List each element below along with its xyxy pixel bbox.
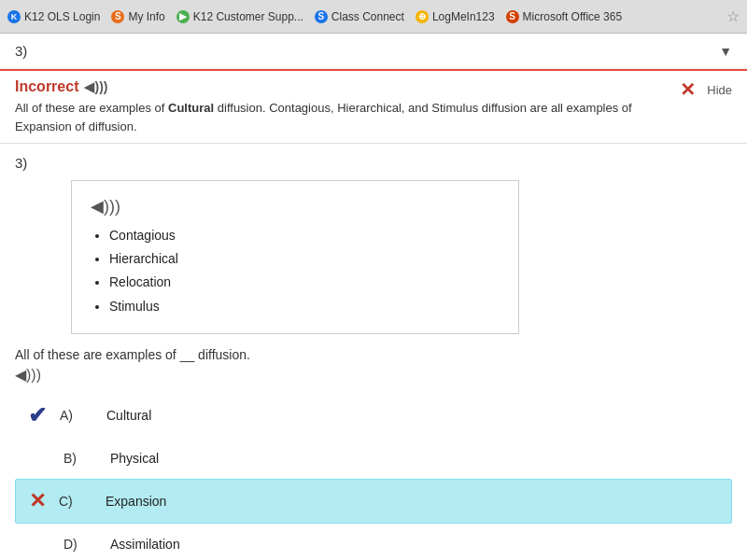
tab-office365[interactable]: S Microsoft Office 365: [506, 10, 623, 23]
answer-letter-d: D): [63, 537, 110, 552]
dropdown-arrow-icon[interactable]: ▼: [719, 44, 732, 59]
close-feedback-button[interactable]: ✕: [680, 78, 696, 101]
tab-classconnect-label: Class Connect: [331, 10, 404, 23]
answer-letter-a: A): [60, 408, 106, 423]
tab-myinfo[interactable]: S My Info: [111, 10, 164, 23]
answer-text-d: Assimilation: [110, 537, 180, 552]
k12-icon: K: [7, 10, 21, 23]
feedback-sound-icon[interactable]: ◀))): [84, 79, 107, 94]
tab-office365-label: Microsoft Office 365: [523, 10, 623, 23]
k12supp-icon: ▶: [176, 10, 190, 23]
bullet-list: Contagious Hierarchical Relocation Stimu…: [91, 224, 500, 318]
question-number: 3): [15, 43, 719, 59]
answer-text-a: Cultural: [106, 408, 151, 423]
answer-letter-c: C): [59, 494, 106, 509]
question-image-box: ◀))) Contagious Hierarchical Relocation …: [71, 180, 519, 334]
tab-myinfo-label: My Info: [128, 10, 164, 23]
tab-k12-label: K12 OLS Login: [24, 10, 100, 23]
answer-option-b[interactable]: B) Physical: [15, 441, 732, 475]
tab-k12-ols[interactable]: K K12 OLS Login: [7, 10, 100, 23]
list-item: Hierarchical: [109, 247, 500, 271]
question-sound-icon[interactable]: ◀))): [15, 366, 732, 384]
tab-classconnect[interactable]: S Class Connect: [315, 10, 404, 23]
myinfo-icon: S: [111, 10, 124, 23]
tab-k12supp[interactable]: ▶ K12 Customer Supp...: [176, 10, 303, 23]
feedback-content: Incorrect ◀))) All of these are examples…: [15, 78, 680, 135]
tab-logmein-label: LogMeIn123: [432, 10, 495, 23]
browser-tab-bar: K K12 OLS Login S My Info ▶ K12 Customer…: [0, 0, 747, 34]
answer-option-a[interactable]: ✔ A) Cultural: [15, 393, 732, 438]
q3-number: 3): [15, 155, 732, 171]
incorrect-text: Incorrect: [15, 78, 78, 95]
feedback-bar: Incorrect ◀))) All of these are examples…: [0, 69, 747, 143]
list-item: Relocation: [109, 271, 500, 294]
checkmark-icon: ✔: [28, 402, 47, 428]
list-item: Stimulus: [109, 295, 500, 318]
x-mark-icon: ✕: [29, 489, 46, 513]
question-text: All of these are examples of __ diffusio…: [15, 347, 732, 362]
incorrect-label: Incorrect ◀))): [15, 78, 680, 95]
answer-text-c: Expansion: [106, 494, 166, 509]
answer-letter-b: B): [63, 451, 110, 466]
question3-section: 3) ◀))) Contagious Hierarchical Relocati…: [0, 144, 747, 560]
question-number-row: 3) ▼: [0, 34, 747, 69]
answer-option-c[interactable]: ✕ C) Expansion: [15, 479, 732, 524]
list-item: Contagious: [109, 224, 500, 247]
main-content: 3) ▼ Incorrect ◀))) All of these are exa…: [0, 34, 747, 560]
classconnect-icon: S: [315, 10, 328, 23]
answer-option-d[interactable]: D) Assimilation: [15, 527, 732, 560]
feedback-controls: ✕ Hide: [680, 78, 732, 101]
tab-k12supp-label: K12 Customer Supp...: [193, 10, 303, 23]
answer-text-b: Physical: [110, 451, 159, 466]
office365-icon: S: [506, 10, 519, 23]
image-sound-icon[interactable]: ◀))): [91, 196, 500, 217]
hide-feedback-button[interactable]: Hide: [707, 83, 732, 97]
bookmark-star-icon[interactable]: ☆: [726, 7, 740, 25]
feedback-explanation: All of these are examples of Cultural di…: [15, 99, 680, 135]
tab-logmein[interactable]: ⊕ LogMeIn123: [416, 10, 495, 23]
logmein-icon: ⊕: [416, 10, 429, 23]
